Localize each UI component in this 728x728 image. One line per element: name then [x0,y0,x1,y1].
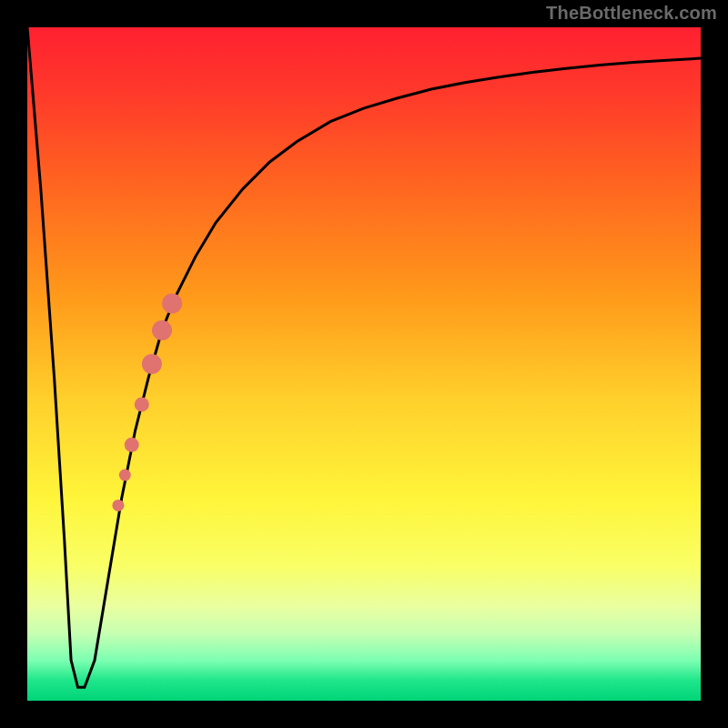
curve-layer [27,27,701,701]
bottleneck-curve-path [27,27,701,687]
plot-area [27,27,701,701]
marker-group [112,293,182,511]
highlighted-cluster-mid-b [142,354,162,374]
highlighted-cluster-low-c [112,500,124,511]
highlighted-cluster-top [162,293,182,313]
attribution-text: TheBottleneck.com [546,0,717,25]
chart-frame: TheBottleneck.com [0,0,728,728]
highlighted-cluster-low-b [119,470,131,481]
highlighted-cluster-mid-a [152,320,172,340]
highlighted-cluster-low-a [125,438,139,452]
highlighted-cluster-mid-c [135,397,149,411]
